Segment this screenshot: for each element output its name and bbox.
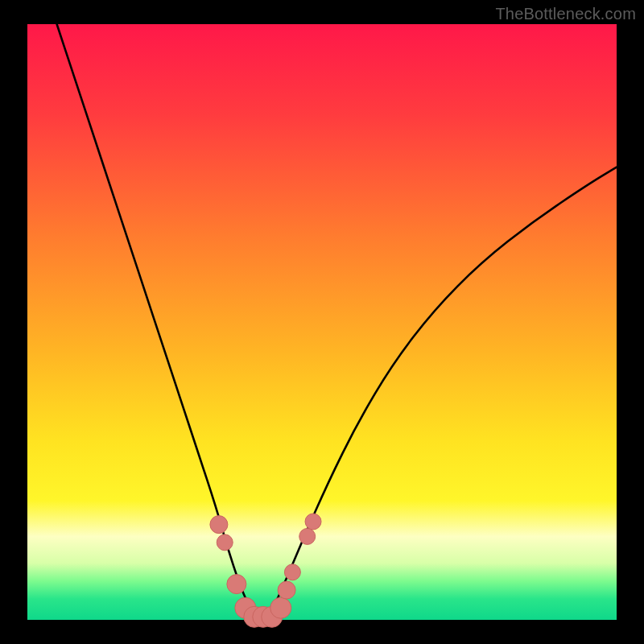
watermark-text: TheBottleneck.com — [495, 5, 636, 23]
plot-background — [27, 24, 617, 620]
marker-point — [270, 597, 291, 618]
marker-point — [217, 535, 233, 551]
marker-point — [227, 575, 246, 594]
bottleneck-chart — [0, 0, 644, 644]
marker-point — [210, 516, 228, 534]
marker-point — [278, 581, 295, 599]
chart-stage: TheBottleneck.com — [0, 0, 644, 644]
marker-point — [305, 514, 321, 530]
marker-point — [284, 564, 300, 580]
marker-point — [299, 528, 316, 544]
